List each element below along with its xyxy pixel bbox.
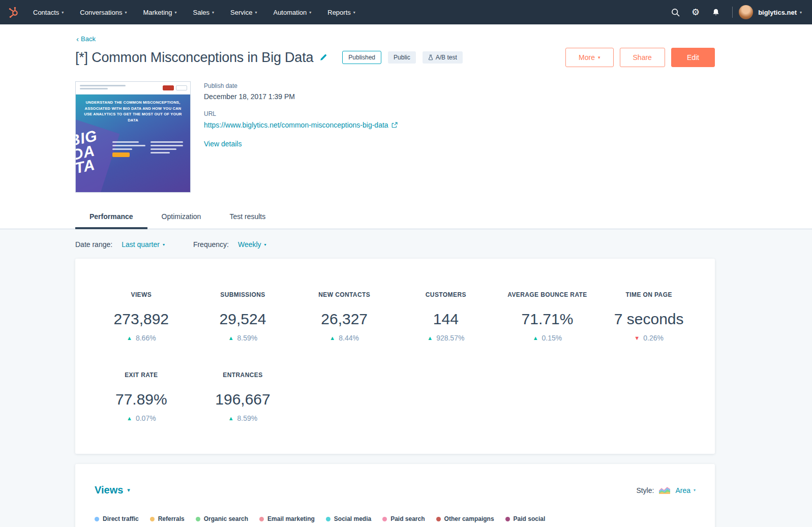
chevron-down-icon: ▾: [255, 10, 257, 15]
chevron-down-icon: ▾: [598, 55, 600, 60]
frequency-label: Frequency:: [193, 240, 229, 249]
hubspot-logo-icon[interactable]: [8, 7, 20, 18]
metric-entrances: ENTRANCES 196,667 8.59%: [192, 371, 294, 422]
badge-label: A/B test: [436, 54, 457, 61]
header-actions: More ▾ Share Edit: [565, 48, 715, 67]
metric-customers: CUSTOMERS 144 928.57%: [395, 291, 497, 342]
chart-style-select[interactable]: Area ▾: [675, 486, 696, 494]
chart-style-group: Style: Area ▾: [636, 486, 696, 494]
legend-dot: [259, 517, 264, 521]
filter-row: Date range: Last quarter ▾ Frequency: We…: [75, 240, 715, 249]
account-name: biglytics.net: [758, 9, 797, 16]
metric-delta: 928.57%: [395, 334, 497, 342]
nav-item-service[interactable]: Service▾: [222, 0, 265, 24]
legend-item-email-marketing[interactable]: Email marketing: [259, 515, 315, 522]
chevron-down-icon: ▾: [353, 10, 355, 15]
metric-delta: 0.26%: [598, 334, 700, 342]
back-link[interactable]: ‹ Back: [76, 35, 96, 43]
legend-dot: [436, 517, 441, 521]
legend-item-paid-social[interactable]: Paid social: [505, 515, 546, 522]
legend-item-social-media[interactable]: Social media: [326, 515, 371, 522]
metric-label: VIEWS: [91, 291, 192, 298]
metric-value: 144: [395, 311, 497, 328]
views-title-label: Views: [95, 484, 123, 496]
delta-arrow-icon: [634, 335, 640, 341]
gear-icon[interactable]: ⚙: [685, 0, 706, 24]
back-label: Back: [81, 35, 96, 43]
nav-item-contacts[interactable]: Contacts▾: [25, 0, 72, 24]
views-chart-card: Views ▾ Style: Area ▾: [75, 464, 715, 527]
delta-arrow-icon: [228, 416, 234, 421]
bell-icon[interactable]: [706, 0, 726, 24]
page-url-link[interactable]: https://www.biglytics.net/common-misconc…: [204, 121, 398, 129]
legend-label: Direct traffic: [103, 515, 139, 522]
chevron-down-icon: ▾: [212, 10, 214, 15]
metric-value: 7 seconds: [598, 311, 700, 328]
tab-performance[interactable]: Performance: [75, 206, 147, 229]
url-text: https://www.biglytics.net/common-misconc…: [204, 121, 388, 129]
url-block: URL https://www.biglytics.net/common-mis…: [204, 110, 398, 130]
edit-button[interactable]: Edit: [671, 48, 715, 67]
metric-average-bounce-rate: AVERAGE BOUNCE RATE 71.71% 0.15%: [497, 291, 598, 342]
nav-item-label: Contacts: [33, 9, 59, 16]
metrics-grid: VIEWS 273,892 8.66% SUBMISSIONS 29,524 8…: [75, 259, 715, 454]
nav-item-sales[interactable]: Sales▾: [185, 0, 223, 24]
delta-value: 8.66%: [136, 334, 156, 342]
chevron-down-icon: ▾: [694, 488, 696, 492]
delta-arrow-icon: [329, 335, 335, 341]
metric-delta: 8.59%: [192, 334, 294, 342]
frequency-select[interactable]: Weekly ▾: [238, 240, 266, 249]
legend-dot: [505, 517, 510, 521]
thumbnail-browser-bar: [76, 82, 190, 95]
date-range-select[interactable]: Last quarter ▾: [122, 240, 165, 249]
nav-item-label: Sales: [193, 9, 210, 16]
metric-value: 77.89%: [91, 391, 192, 408]
legend-item-other-campaigns[interactable]: Other campaigns: [436, 515, 494, 522]
thumbnail-heading: UNDERSTAND THE COMMON MISCONCEPTIONS, AS…: [76, 95, 190, 126]
nav-item-label: Automation: [273, 9, 307, 16]
search-icon[interactable]: [665, 0, 685, 24]
more-button[interactable]: More ▾: [565, 48, 613, 67]
avatar[interactable]: [739, 5, 753, 19]
share-button[interactable]: Share: [620, 48, 665, 67]
thumbnail-hero: UNDERSTAND THE COMMON MISCONCEPTIONS, AS…: [76, 95, 190, 192]
legend-dot: [326, 517, 330, 521]
main-content: Date range: Last quarter ▾ Frequency: We…: [0, 229, 812, 527]
views-metric-select[interactable]: Views ▾: [95, 484, 130, 496]
delta-arrow-icon: [127, 416, 132, 421]
delta-arrow-icon: [427, 335, 433, 341]
metric-value: 196,667: [192, 391, 294, 408]
nav-item-reports[interactable]: Reports▾: [319, 0, 364, 24]
nav-item-marketing[interactable]: Marketing▾: [135, 0, 185, 24]
nav-divider: [732, 7, 733, 18]
legend-item-referrals[interactable]: Referrals: [150, 515, 185, 522]
edit-title-pencil-icon[interactable]: [319, 54, 327, 61]
nav-item-conversations[interactable]: Conversations▾: [72, 0, 135, 24]
view-details-link[interactable]: View details: [204, 140, 242, 148]
tab-test-results[interactable]: Test results: [215, 206, 280, 229]
metric-label: TIME ON PAGE: [598, 291, 700, 298]
metric-delta: 8.59%: [192, 414, 294, 422]
tabs: Performance Optimization Test results: [75, 206, 715, 229]
chevron-down-icon: ▾: [163, 242, 165, 247]
legend-item-organic-search[interactable]: Organic search: [196, 515, 248, 522]
metric-exit-rate: EXIT RATE 77.89% 0.07%: [91, 371, 192, 422]
more-label: More: [579, 53, 595, 61]
legend-item-paid-search[interactable]: Paid search: [382, 515, 425, 522]
details-row: UNDERSTAND THE COMMON MISCONCEPTIONS, AS…: [75, 81, 715, 193]
delta-value: 0.26%: [643, 334, 664, 342]
metric-submissions: SUBMISSIONS 29,524 8.59%: [192, 291, 294, 342]
legend-item-direct-traffic[interactable]: Direct traffic: [95, 515, 139, 522]
metrics-card: VIEWS 273,892 8.66% SUBMISSIONS 29,524 8…: [75, 259, 715, 454]
nav-menu: Contacts▾ Conversations▾ Marketing▾ Sale…: [25, 0, 364, 24]
area-chart-style-icon: [659, 486, 670, 494]
page-thumbnail[interactable]: UNDERSTAND THE COMMON MISCONCEPTIONS, AS…: [75, 81, 191, 193]
legend-dot: [95, 517, 99, 521]
style-label: Style:: [636, 486, 654, 494]
metric-value: 273,892: [91, 311, 192, 328]
tab-optimization[interactable]: Optimization: [147, 206, 216, 229]
nav-item-automation[interactable]: Automation▾: [265, 0, 319, 24]
account-menu[interactable]: biglytics.net ▾: [758, 9, 802, 16]
chevron-down-icon: ▾: [125, 10, 127, 15]
delta-value: 8.44%: [339, 334, 359, 342]
